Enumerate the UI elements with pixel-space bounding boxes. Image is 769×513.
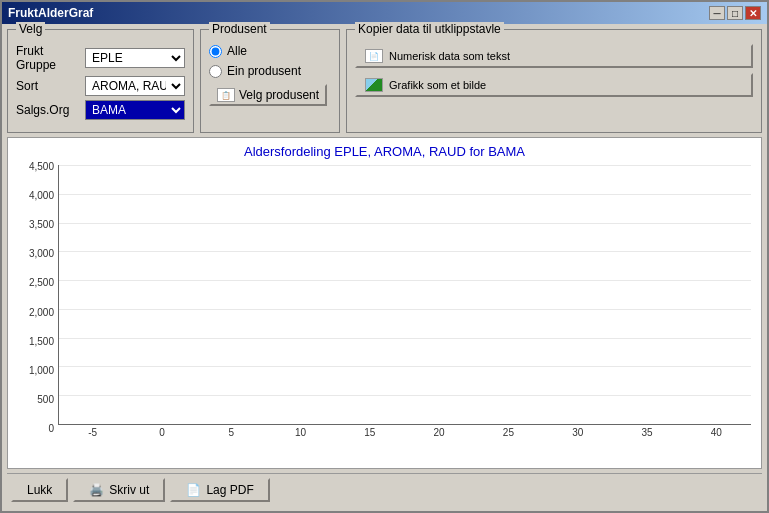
x-axis-label: 0 <box>127 427 196 438</box>
salgs-org-row: Salgs.Org BAMA <box>16 100 185 120</box>
y-axis-label: 500 <box>37 394 54 405</box>
kopier-label: Kopier data til utklippstavle <box>355 22 504 36</box>
y-axis-label: 1,500 <box>29 336 54 347</box>
sort-row: Sort AROMA, RAUD <box>16 76 185 96</box>
bars-area <box>58 165 751 425</box>
main-window: FruktAlderGraf ─ □ ✕ Velg Frukt Gruppe E… <box>0 0 769 513</box>
grafikk-button[interactable]: Grafikk som et bilde <box>355 73 753 97</box>
chart-title: Aldersfordeling EPLE, AROMA, RAUD for BA… <box>8 138 761 161</box>
velg-label: Velg <box>16 22 45 36</box>
pdf-icon: 📄 <box>186 483 201 497</box>
frukt-gruppe-label: Frukt Gruppe <box>16 44 81 72</box>
x-axis-label: 15 <box>335 427 404 438</box>
ein-produsent-label: Ein produsent <box>227 64 301 78</box>
x-axis-label: 20 <box>404 427 473 438</box>
main-content: Velg Frukt Gruppe EPLE Sort AROMA, RAUD … <box>2 24 767 511</box>
alle-radio-row: Alle <box>209 44 331 58</box>
alle-radio-label: Alle <box>227 44 247 58</box>
y-axis-label: 2,500 <box>29 277 54 288</box>
lukk-button[interactable]: Lukk <box>11 478 68 502</box>
y-axis: 05001,0001,5002,0002,5003,0003,5004,0004… <box>8 161 58 438</box>
numerisk-icon: 📄 <box>365 49 383 63</box>
title-bar: FruktAlderGraf ─ □ ✕ <box>2 2 767 24</box>
velg-group: Velg Frukt Gruppe EPLE Sort AROMA, RAUD … <box>7 29 194 133</box>
kopier-group: Kopier data til utklippstavle 📄 Numerisk… <box>346 29 762 133</box>
frukt-gruppe-row: Frukt Gruppe EPLE <box>16 44 185 72</box>
velg-produsent-label: Velg produsent <box>239 88 319 102</box>
y-axis-label: 3,500 <box>29 219 54 230</box>
title-bar-controls: ─ □ ✕ <box>709 6 761 20</box>
skriv-ut-label: Skriv ut <box>109 483 149 497</box>
y-axis-label: 3,000 <box>29 248 54 259</box>
maximize-button[interactable]: □ <box>727 6 743 20</box>
sort-label: Sort <box>16 79 81 93</box>
produsent-label: Produsent <box>209 22 270 36</box>
y-axis-label: 2,000 <box>29 307 54 318</box>
chart-inner: -50510152025303540 <box>58 165 751 438</box>
lag-pdf-label: Lag PDF <box>206 483 253 497</box>
close-button[interactable]: ✕ <box>745 6 761 20</box>
ein-produsent-radio[interactable] <box>209 65 222 78</box>
alle-radio[interactable] <box>209 45 222 58</box>
x-axis-label: 10 <box>266 427 335 438</box>
lukk-label: Lukk <box>27 483 52 497</box>
window-title: FruktAlderGraf <box>8 6 93 20</box>
x-axis-label: -5 <box>58 427 127 438</box>
x-axis-label: 40 <box>682 427 751 438</box>
x-axis-label: 35 <box>612 427 681 438</box>
ein-produsent-radio-row: Ein produsent <box>209 64 331 78</box>
salgs-org-select[interactable]: BAMA <box>85 100 185 120</box>
bottom-bar: Lukk 🖨️ Skriv ut 📄 Lag PDF <box>7 473 762 506</box>
produsent-group: Produsent Alle Ein produsent 📋 Velg prod… <box>200 29 340 133</box>
grafikk-label: Grafikk som et bilde <box>389 79 486 91</box>
y-axis-label: 0 <box>48 423 54 434</box>
y-axis-label: 4,000 <box>29 190 54 201</box>
x-axis-label: 25 <box>474 427 543 438</box>
salgs-org-label: Salgs.Org <box>16 103 81 117</box>
numerisk-button[interactable]: 📄 Numerisk data som tekst <box>355 44 753 68</box>
x-axis-label: 30 <box>543 427 612 438</box>
velg-produsent-button[interactable]: 📋 Velg produsent <box>209 84 327 106</box>
x-axis: -50510152025303540 <box>58 427 751 438</box>
produsent-icon: 📋 <box>217 88 235 102</box>
sort-select[interactable]: AROMA, RAUD <box>85 76 185 96</box>
top-panel: Velg Frukt Gruppe EPLE Sort AROMA, RAUD … <box>7 29 762 133</box>
y-axis-label: 1,000 <box>29 365 54 376</box>
x-axis-label: 5 <box>197 427 266 438</box>
minimize-button[interactable]: ─ <box>709 6 725 20</box>
chart-area: Aldersfordeling EPLE, AROMA, RAUD for BA… <box>7 137 762 469</box>
lag-pdf-button[interactable]: 📄 Lag PDF <box>170 478 269 502</box>
frukt-gruppe-select[interactable]: EPLE <box>85 48 185 68</box>
grafikk-icon <box>365 78 383 92</box>
skriv-ut-button[interactable]: 🖨️ Skriv ut <box>73 478 165 502</box>
printer-icon: 🖨️ <box>89 483 104 497</box>
chart-container: 05001,0001,5002,0002,5003,0003,5004,0004… <box>8 161 761 468</box>
numerisk-label: Numerisk data som tekst <box>389 50 510 62</box>
y-axis-label: 4,500 <box>29 161 54 172</box>
